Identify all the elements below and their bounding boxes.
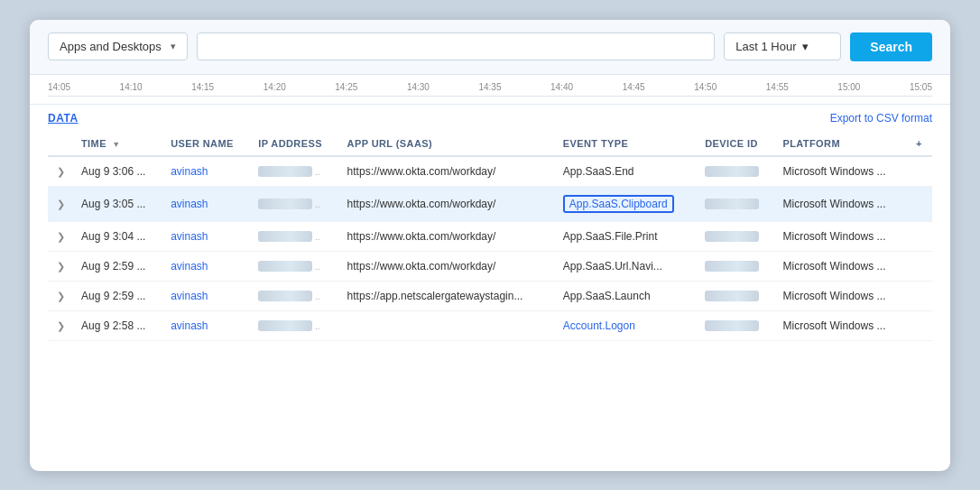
cell-deviceid	[698, 281, 775, 310]
event-link[interactable]: Account.Logon	[563, 319, 635, 332]
cell-eventtype: App.SaaS.Clipboard	[556, 186, 698, 221]
table-row[interactable]: ❯Aug 9 3:05 ...avinash ..https://www.okt…	[48, 186, 932, 221]
cell-user: avinash	[163, 156, 251, 187]
th-add-column[interactable]: +	[909, 132, 932, 156]
expand-button[interactable]: ❯	[55, 199, 67, 210]
ip-blurred	[258, 320, 312, 331]
cell-time: Aug 9 3:06 ...	[74, 156, 163, 187]
th-time-label: TIME	[81, 138, 106, 149]
cell-extra	[909, 156, 932, 187]
timeline-label: 14:35	[478, 82, 501, 92]
expand-button[interactable]: ❯	[55, 291, 67, 302]
cell-eventtype: App.SaaS.File.Print	[556, 221, 698, 251]
th-eventtype: EVENT TYPE	[556, 132, 698, 156]
expand-button[interactable]: ❯	[55, 166, 67, 178]
time-range-dropdown[interactable]: Last 1 Hour ▾	[724, 32, 841, 60]
export-link[interactable]: Export to CSV format	[830, 112, 932, 125]
timeline-label: 14:40	[550, 82, 573, 92]
cell-appurl	[340, 310, 556, 340]
cell-platform: Microsoft Windows ...	[775, 251, 909, 281]
data-header: DATA Export to CSV format	[48, 112, 932, 125]
table-row[interactable]: ❯Aug 9 2:59 ...avinash ..https://app.net…	[48, 281, 932, 310]
data-table: TIME ▼ USER NAME IP ADDRESS APP URL (SAA…	[48, 132, 932, 341]
filter-chevron: ▾	[171, 41, 176, 52]
cell-eventtype: App.SaaS.Launch	[556, 281, 698, 310]
table-row[interactable]: ❯Aug 9 3:06 ...avinash ..https://www.okt…	[48, 156, 932, 187]
th-username: USER NAME	[163, 132, 251, 156]
table-row[interactable]: ❯Aug 9 2:59 ...avinash ..https://www.okt…	[48, 251, 932, 281]
timeline-label: 14:55	[766, 82, 789, 92]
th-platform: PLATFORM	[775, 132, 909, 156]
cell-eventtype: Account.Logon	[556, 310, 698, 340]
cell-appurl: https://www.okta.com/workday/	[340, 186, 556, 221]
filter-dropdown[interactable]: Apps and Desktops ▾	[48, 32, 188, 60]
cell-ip: ..	[251, 310, 339, 340]
cell-platform: Microsoft Windows ...	[775, 310, 909, 340]
cell-time: Aug 9 3:05 ...	[74, 186, 163, 221]
table-row[interactable]: ❯Aug 9 2:58 ...avinash ..Account.Logon M…	[48, 310, 932, 340]
cell-time: Aug 9 2:58 ...	[74, 310, 163, 340]
timeline-label: 14:30	[407, 82, 430, 92]
th-deviceid: DEVICE ID	[698, 132, 775, 156]
search-button[interactable]: Search	[850, 32, 932, 61]
cell-extra	[909, 310, 932, 340]
cell-platform: Microsoft Windows ...	[775, 221, 909, 251]
cell-appurl: https://app.netscalergatewaystagin...	[340, 281, 556, 310]
expand-button[interactable]: ❯	[55, 261, 67, 273]
cell-ip: ..	[251, 221, 339, 251]
timeline-label: 14:15	[191, 82, 214, 92]
cell-appurl: https://www.okta.com/workday/	[340, 156, 556, 187]
timeline-labels: 14:0514:1014:1514:2014:2514:3014:3514:40…	[48, 82, 932, 92]
cell-time: Aug 9 2:59 ...	[74, 281, 163, 310]
ip-blurred	[258, 261, 312, 272]
cell-user: avinash	[163, 186, 251, 221]
cell-deviceid	[698, 186, 775, 221]
data-label: DATA	[48, 112, 79, 125]
cell-user: avinash	[163, 310, 251, 340]
cell-user: avinash	[163, 251, 251, 281]
time-sort-icon[interactable]: ▼	[112, 140, 120, 149]
filter-label: Apps and Desktops	[60, 40, 162, 53]
cell-time: Aug 9 3:04 ...	[74, 221, 163, 251]
cell-eventtype: App.SaaS.Url.Navi...	[556, 251, 698, 281]
event-clipboard-badge: App.SaaS.Clipboard	[563, 195, 674, 213]
timeline-label: 15:05	[910, 82, 932, 92]
cell-user: avinash	[163, 281, 251, 310]
cell-deviceid	[698, 156, 775, 187]
device-blurred	[705, 291, 759, 301]
ip-blurred	[258, 199, 312, 209]
ip-blurred	[258, 291, 312, 301]
search-input[interactable]	[197, 32, 715, 60]
cell-platform: Microsoft Windows ...	[775, 156, 909, 187]
time-chevron: ▾	[802, 40, 809, 53]
main-card: Apps and Desktops ▾ Last 1 Hour ▾ Search…	[30, 20, 950, 471]
cell-eventtype: App.SaaS.End	[556, 156, 698, 187]
cell-appurl: https://www.okta.com/workday/	[340, 251, 556, 281]
device-blurred	[705, 166, 759, 177]
cell-extra	[909, 281, 932, 310]
timeline: 14:0514:1014:1514:2014:2514:3014:3514:40…	[30, 75, 950, 105]
expand-button[interactable]: ❯	[55, 320, 67, 332]
cell-ip: ..	[251, 186, 339, 221]
th-appurl: APP URL (SAAS)	[340, 132, 556, 156]
device-blurred	[705, 320, 759, 331]
cell-ip: ..	[251, 251, 339, 281]
expand-button[interactable]: ❯	[55, 231, 67, 243]
th-time: TIME ▼	[74, 132, 163, 156]
th-expand	[48, 132, 74, 156]
device-blurred	[705, 261, 759, 272]
timeline-label: 14:45	[623, 82, 645, 92]
cell-ip: ..	[251, 281, 339, 310]
table-body: ❯Aug 9 3:06 ...avinash ..https://www.okt…	[48, 156, 932, 341]
cell-time: Aug 9 2:59 ...	[74, 251, 163, 281]
device-blurred	[705, 231, 759, 242]
timeline-label: 15:00	[837, 82, 860, 92]
cell-platform: Microsoft Windows ...	[775, 186, 909, 221]
timeline-label: 14:10	[120, 82, 143, 92]
time-range-label: Last 1 Hour	[735, 40, 796, 53]
cell-deviceid	[698, 251, 775, 281]
cell-extra	[909, 186, 932, 221]
table-row[interactable]: ❯Aug 9 3:04 ...avinash ..https://www.okt…	[48, 221, 932, 251]
ip-blurred	[258, 166, 312, 177]
cell-extra	[909, 251, 932, 281]
